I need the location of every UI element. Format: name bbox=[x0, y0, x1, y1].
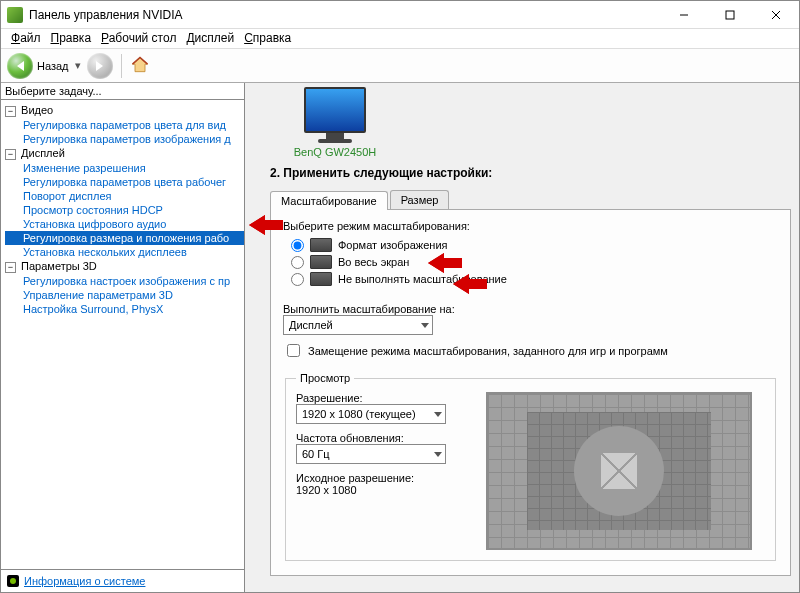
tree-item[interactable]: Управление параметрами 3D bbox=[5, 288, 244, 302]
tab-scaling[interactable]: Масштабирование bbox=[270, 191, 388, 210]
tree-item[interactable]: Настройка Surround, PhysX bbox=[5, 302, 244, 316]
task-sidebar: Выберите задачу... − ВидеоРегулировка па… bbox=[1, 83, 245, 592]
back-label: Назад bbox=[37, 60, 69, 72]
scaling-option-none-label: Не выполнять масштабирование bbox=[338, 273, 507, 285]
maximize-button[interactable] bbox=[707, 1, 753, 29]
tree-item[interactable]: Установка нескольких дисплеев bbox=[5, 245, 244, 259]
nvidia-icon bbox=[7, 7, 23, 23]
perform-on-value: Дисплей bbox=[289, 319, 333, 331]
menu-desktop[interactable]: Рабочий стол bbox=[97, 29, 180, 48]
titlebar: Панель управления NVIDIA bbox=[1, 1, 799, 29]
back-dropdown[interactable]: ▾ bbox=[73, 59, 83, 72]
fullscreen-thumb-icon bbox=[310, 255, 332, 269]
aspect-thumb-icon bbox=[310, 238, 332, 252]
refresh-value: 60 Гц bbox=[302, 448, 330, 460]
tree-item[interactable]: Регулировка параметров цвета для вид bbox=[5, 118, 244, 132]
tree-item[interactable]: Поворот дисплея bbox=[5, 189, 244, 203]
tree-item[interactable]: Изменение разрешения bbox=[5, 161, 244, 175]
chevron-down-icon bbox=[434, 412, 442, 417]
tree-item[interactable]: Регулировка размера и положения рабо bbox=[5, 231, 244, 245]
expander-icon[interactable]: − bbox=[5, 149, 16, 160]
menu-display[interactable]: Дисплей bbox=[182, 29, 238, 48]
tree-group[interactable]: − Дисплей bbox=[5, 146, 244, 161]
close-button[interactable] bbox=[753, 1, 799, 29]
arrow-right-icon bbox=[96, 61, 103, 71]
tabs: Масштабирование Размер bbox=[270, 190, 791, 210]
scaling-option-aspect[interactable]: Формат изображения bbox=[291, 238, 778, 252]
native-value: 1920 x 1080 bbox=[296, 484, 466, 496]
tree-group[interactable]: − Параметры 3D bbox=[5, 259, 244, 274]
nvidia-control-panel-window: Панель управления NVIDIA Файл Правка Раб… bbox=[0, 0, 800, 593]
override-checkbox[interactable] bbox=[287, 344, 300, 357]
monitor-label-text: BenQ GW2450H bbox=[280, 146, 390, 158]
resolution-label: Разрешение: bbox=[296, 392, 466, 404]
tree-item[interactable]: Установка цифрового аудио bbox=[5, 217, 244, 231]
scaling-option-fullscreen-label: Во весь экран bbox=[338, 256, 409, 268]
tree-item[interactable]: Регулировка параметров цвета рабочег bbox=[5, 175, 244, 189]
preview-area bbox=[486, 392, 752, 550]
tree-group[interactable]: − Видео bbox=[5, 103, 244, 118]
monitor-thumb[interactable]: BenQ GW2450H bbox=[280, 87, 390, 158]
menu-edit[interactable]: Правка bbox=[47, 29, 96, 48]
preview-fieldset: Просмотр Разрешение: 1920 x 1080 (текуще… bbox=[285, 372, 776, 561]
arrow-left-icon bbox=[17, 61, 24, 71]
none-thumb-icon bbox=[310, 272, 332, 286]
preview-legend: Просмотр bbox=[296, 372, 354, 384]
resolution-select[interactable]: 1920 x 1080 (текущее) bbox=[296, 404, 446, 424]
sidebar-header: Выберите задачу... bbox=[1, 83, 244, 100]
menu-file[interactable]: Файл bbox=[7, 29, 45, 48]
back-button[interactable] bbox=[7, 53, 33, 79]
scaling-panel: Выберите режим масштабирования: Формат и… bbox=[270, 210, 791, 576]
scaling-option-aspect-label: Формат изображения bbox=[338, 239, 448, 251]
system-info-link[interactable]: Информация о системе bbox=[24, 575, 145, 587]
native-label: Исходное разрешение: bbox=[296, 472, 466, 484]
perform-on-select[interactable]: Дисплей bbox=[283, 315, 433, 335]
menu-help[interactable]: Справка bbox=[240, 29, 295, 48]
chevron-down-icon bbox=[421, 323, 429, 328]
nvidia-dot-icon bbox=[7, 575, 19, 587]
override-label: Замещение режима масштабирования, заданн… bbox=[308, 345, 668, 357]
refresh-select[interactable]: 60 Гц bbox=[296, 444, 446, 464]
minimize-button[interactable] bbox=[661, 1, 707, 29]
resolution-value: 1920 x 1080 (текущее) bbox=[302, 408, 416, 420]
content-pane: BenQ GW2450H 2. Применить следующие наст… bbox=[245, 83, 799, 592]
refresh-label: Частота обновления: bbox=[296, 432, 466, 444]
scaling-option-none[interactable]: Не выполнять масштабирование bbox=[291, 272, 778, 286]
override-row[interactable]: Замещение режима масштабирования, заданн… bbox=[283, 341, 778, 360]
radio-aspect[interactable] bbox=[291, 239, 304, 252]
toolbar: Назад ▾ bbox=[1, 49, 799, 83]
separator bbox=[121, 54, 122, 78]
radio-fullscreen[interactable] bbox=[291, 256, 304, 269]
perform-on-label: Выполнить масштабирование на: bbox=[283, 303, 778, 315]
scaling-option-fullscreen[interactable]: Во весь экран bbox=[291, 255, 778, 269]
menubar: Файл Правка Рабочий стол Дисплей Справка bbox=[1, 29, 799, 49]
window-title: Панель управления NVIDIA bbox=[29, 8, 183, 22]
chevron-down-icon bbox=[434, 452, 442, 457]
expander-icon[interactable]: − bbox=[5, 262, 16, 273]
scaling-mode-label: Выберите режим масштабирования: bbox=[283, 220, 778, 232]
home-button[interactable] bbox=[130, 55, 150, 77]
main-split: Выберите задачу... − ВидеоРегулировка па… bbox=[1, 83, 799, 592]
tree-item[interactable]: Просмотр состояния HDCP bbox=[5, 203, 244, 217]
tree-item[interactable]: Регулировка настроек изображения с пр bbox=[5, 274, 244, 288]
svg-rect-1 bbox=[726, 11, 734, 19]
section-title: 2. Применить следующие настройки: bbox=[270, 166, 791, 180]
tree-item[interactable]: Регулировка параметров изображения д bbox=[5, 132, 244, 146]
task-tree[interactable]: − ВидеоРегулировка параметров цвета для … bbox=[1, 100, 244, 569]
radio-none[interactable] bbox=[291, 273, 304, 286]
sidebar-footer: Информация о системе bbox=[1, 569, 244, 592]
tab-size[interactable]: Размер bbox=[390, 190, 450, 209]
expander-icon[interactable]: − bbox=[5, 106, 16, 117]
forward-button[interactable] bbox=[87, 53, 113, 79]
